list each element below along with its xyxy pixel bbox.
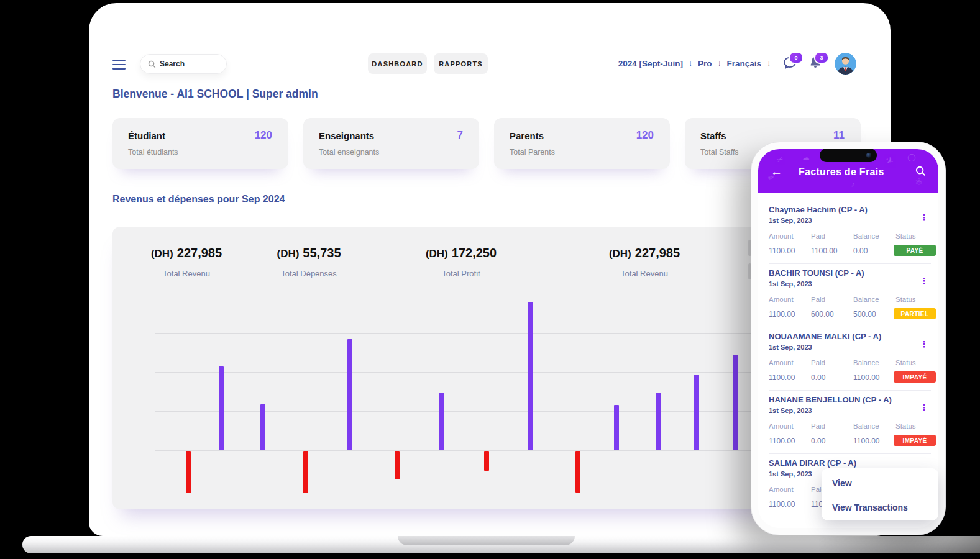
chat-badge: 0	[789, 52, 804, 64]
revenue-bar	[219, 366, 224, 450]
stat-title: Enseignants	[319, 130, 374, 141]
notifications-badge: 3	[814, 52, 829, 64]
expense-bar	[484, 451, 489, 471]
column-header-paid: Paid	[811, 359, 825, 366]
kebab-menu-icon[interactable]: ⋮	[920, 339, 928, 349]
kebab-menu-icon[interactable]: ⋮	[920, 402, 928, 412]
chart-section-title: Revenus et dépenses pour Sep 2024	[112, 194, 285, 205]
stat-value: 120	[255, 129, 272, 142]
invoice-balance: 1100.00	[853, 373, 880, 382]
laptop-base	[22, 536, 980, 553]
stat-title: Étudiant	[128, 130, 165, 141]
invoice-amount: 1100.00	[769, 500, 795, 509]
summary-label: Total Revenu	[151, 269, 222, 278]
revenue-bar	[733, 355, 738, 450]
invoice-amount: 1100.00	[769, 437, 795, 445]
column-header-balance: Balance	[853, 232, 879, 240]
hamburger-menu-icon[interactable]	[112, 58, 126, 71]
invoice-balance: 1100.00	[853, 437, 880, 445]
column-header-paid: Paid	[811, 296, 825, 303]
column-header-balance: Balance	[853, 422, 879, 430]
invoice-item: Chaymae Hachim (CP - A) 1st Sep, 2023 ⋮ …	[769, 205, 931, 264]
language-selector[interactable]: Français	[726, 59, 761, 68]
search-input[interactable]: Search	[140, 54, 227, 74]
column-header-status: Status	[895, 232, 916, 240]
column-header-paid: Paid	[811, 232, 825, 240]
chat-icon[interactable]: 0	[782, 55, 799, 71]
stat-title: Parents	[510, 130, 544, 141]
kebab-menu-icon[interactable]: ⋮	[920, 212, 928, 222]
column-header-status: Status	[895, 359, 916, 366]
summary-value: 55,735	[303, 246, 341, 260]
invoice-paid: 0.00	[811, 373, 825, 382]
search-placeholder: Search	[160, 60, 185, 68]
revenue-bar	[614, 405, 619, 450]
revenue-bar	[439, 393, 444, 450]
phone-page-title: Factures de Frais	[799, 166, 884, 178]
column-header-status: Status	[895, 296, 916, 303]
column-header-amount: Amount	[769, 486, 794, 493]
invoice-date: 1st Sep, 2023	[769, 217, 812, 224]
invoice-student-name: SALMA DIRAR (CP - A)	[769, 458, 856, 468]
summary-label: Total Dépenses	[277, 269, 341, 278]
invoice-date: 1st Sep, 2023	[769, 407, 812, 414]
dropdown-arrow-icon: ↓	[717, 59, 721, 68]
invoice-balance: 500.00	[853, 310, 876, 319]
expense-bar	[395, 451, 400, 479]
invoice-balance: 0.00	[853, 247, 868, 255]
currency-label: (DH)	[277, 248, 299, 260]
tab-rapports[interactable]: RAPPORTS	[434, 53, 488, 74]
summary-label: Total Revenu	[609, 269, 680, 278]
page-title: Bienvenue - AI1 SCHOOL | Super admin	[112, 88, 318, 101]
invoice-paid: 0.00	[811, 437, 825, 445]
currency-label: (DH)	[151, 248, 173, 260]
laptop-base-notch	[398, 536, 575, 545]
invoice-amount: 1100.00	[769, 373, 795, 382]
header-doodle-icon: ◯	[907, 153, 915, 161]
status-badge: IMPAYÉ	[894, 371, 936, 383]
menu-item-view-transactions[interactable]: View Transactions	[832, 502, 908, 512]
expense-bar	[575, 451, 580, 493]
invoice-date: 1st Sep, 2023	[769, 280, 812, 288]
plan-selector[interactable]: Pro	[698, 59, 712, 68]
phone-search-icon[interactable]	[915, 166, 926, 179]
back-arrow-icon[interactable]: ←	[771, 165, 782, 179]
menu-item-view[interactable]: View	[832, 478, 852, 488]
year-selector[interactable]: 2024 [Sept-Juin]	[618, 59, 683, 68]
stat-card-etudiant: Étudiant 120 Total étudiants	[112, 118, 288, 169]
expense-bar	[186, 451, 191, 493]
stat-subtitle: Total enseignants	[319, 148, 379, 157]
phone-camera	[866, 153, 871, 158]
invoice-item: BACHIR TOUNSI (CP - A) 1st Sep, 2023 ⋮ A…	[769, 268, 931, 327]
chart-summary-depenses: (DH)55,735 Total Dépenses	[277, 246, 341, 278]
invoice-amount: 1100.00	[769, 247, 795, 255]
stat-subtitle: Total étudiants	[128, 148, 178, 157]
stat-subtitle: Total Parents	[510, 148, 555, 157]
kebab-menu-icon[interactable]: ⋮	[920, 276, 928, 286]
column-header-amount: Amount	[769, 422, 794, 430]
stat-subtitle: Total Staffs	[700, 148, 739, 157]
stat-value: 11	[833, 129, 845, 142]
avatar[interactable]	[835, 53, 856, 75]
search-icon	[148, 60, 156, 68]
header-doodle-icon: ✂	[775, 154, 785, 165]
chart-summary-profit: (DH)172,250 Total Profit	[426, 246, 497, 278]
invoice-amount: 1100.00	[769, 310, 795, 319]
chart-summary-revenu-2: (DH)227,985 Total Revenu	[609, 246, 680, 278]
status-badge: PARTIEL	[894, 308, 936, 319]
invoice-student-name: Chaymae Hachim (CP - A)	[769, 205, 868, 214]
header-doodle-icon: ✈	[884, 154, 895, 168]
invoice-student-name: NOUAAMANE MALKI (CP - A)	[769, 332, 881, 341]
revenue-bar	[347, 339, 352, 450]
revenue-bar	[260, 404, 265, 450]
column-header-amount: Amount	[769, 296, 794, 303]
header-doodle-icon: ☁	[802, 153, 810, 162]
status-badge: IMPAYÉ	[894, 435, 936, 446]
invoice-paid: 1100.00	[811, 247, 838, 255]
revenue-bar	[694, 375, 699, 450]
currency-label: (DH)	[609, 248, 631, 260]
summary-value: 227,985	[177, 246, 222, 260]
tab-dashboard[interactable]: DASHBOARD	[368, 53, 427, 74]
notifications-bell-icon[interactable]: 3	[808, 55, 824, 71]
expense-bar	[303, 451, 308, 493]
